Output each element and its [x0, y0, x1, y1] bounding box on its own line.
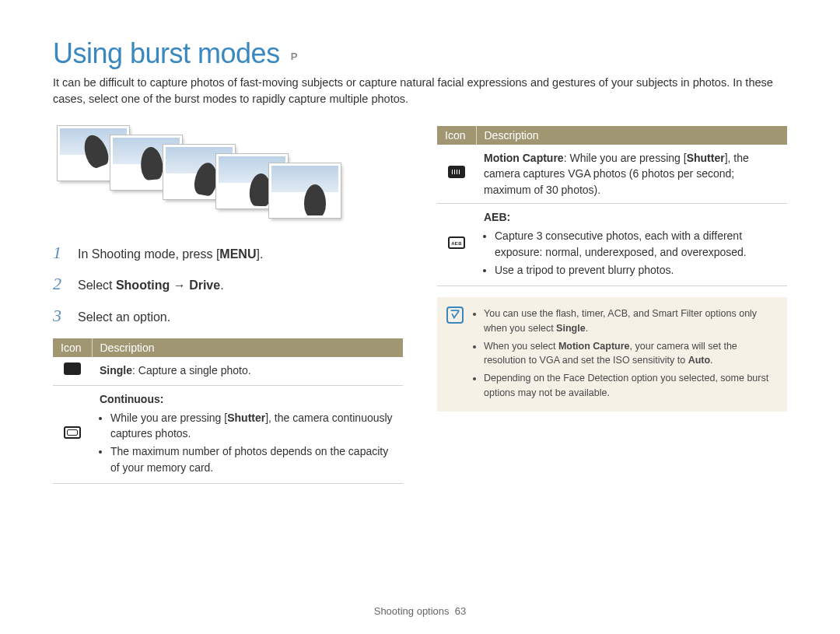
motion-capture-icon — [448, 166, 465, 178]
list-item: Use a tripod to prevent blurry photos. — [495, 262, 779, 278]
right-column: Icon Description Motion Capture: While y… — [437, 126, 787, 484]
table-right: Icon Description Motion Capture: While y… — [437, 126, 787, 286]
note-box: You can use the flash, timer, ACB, and S… — [437, 297, 787, 412]
step-text: In Shooting mode, press [MENU]. — [78, 246, 263, 263]
list-item: You can use the flash, timer, ACB, and S… — [484, 306, 776, 336]
footer-page-number: 63 — [455, 605, 466, 617]
burst-frame-5 — [269, 163, 341, 218]
list-item: Capture 3 consecutive photos, each with … — [495, 228, 779, 260]
row-motion-capture: Motion Capture: While you are pressing [… — [437, 145, 787, 203]
desc-single: Single: Capture a single photo. — [92, 357, 403, 385]
th-description: Description — [476, 126, 787, 145]
th-icon: Icon — [53, 338, 92, 357]
row-single: Single: Capture a single photo. — [53, 357, 403, 385]
step-number: 1 — [53, 243, 67, 263]
list-item: While you are pressing [Shutter], the ca… — [110, 410, 395, 442]
desc-aeb: AEB: Capture 3 consecutive photos, each … — [476, 203, 787, 285]
page-footer: Shooting options 63 — [0, 605, 840, 617]
table-left: Icon Description Single: Capture a singl… — [53, 338, 403, 484]
row-aeb: AEB: Capture 3 consecutive photos, each … — [437, 203, 787, 285]
step-1: 1 In Shooting mode, press [MENU]. — [53, 243, 403, 263]
left-column: 1 In Shooting mode, press [MENU]. 2 Sele… — [53, 126, 403, 484]
aeb-icon — [448, 236, 465, 249]
list-item: The maximum number of photos depends on … — [110, 443, 395, 475]
intro-paragraph: It can be difficult to capture photos of… — [53, 75, 787, 107]
burst-illustration — [53, 126, 403, 227]
row-continuous: Continuous: While you are pressing [Shut… — [53, 385, 403, 483]
step-number: 3 — [53, 306, 67, 326]
step-3: 3 Select an option. — [53, 306, 403, 326]
step-text: Select Shooting → Drive. — [78, 277, 224, 294]
list-item: When you select Motion Capture, your cam… — [484, 339, 776, 369]
mode-badge-p: P — [291, 51, 299, 62]
single-icon — [64, 363, 81, 375]
step-2: 2 Select Shooting → Drive. — [53, 274, 403, 294]
th-icon: Icon — [437, 126, 476, 145]
desc-continuous: Continuous: While you are pressing [Shut… — [92, 385, 403, 483]
step-number: 2 — [53, 274, 67, 294]
note-icon — [446, 306, 464, 324]
continuous-icon — [64, 426, 81, 439]
list-item: Depending on the Face Detection option y… — [484, 371, 776, 401]
page-title: Using burst modes — [53, 37, 280, 70]
th-description: Description — [92, 338, 403, 357]
footer-section: Shooting options — [374, 605, 450, 617]
note-list: You can use the flash, timer, ACB, and S… — [484, 306, 776, 404]
step-text: Select an option. — [78, 309, 170, 326]
desc-motion-capture: Motion Capture: While you are pressing [… — [476, 145, 787, 203]
title-row: Using burst modes P — [53, 37, 787, 70]
steps-list: 1 In Shooting mode, press [MENU]. 2 Sele… — [53, 243, 403, 326]
